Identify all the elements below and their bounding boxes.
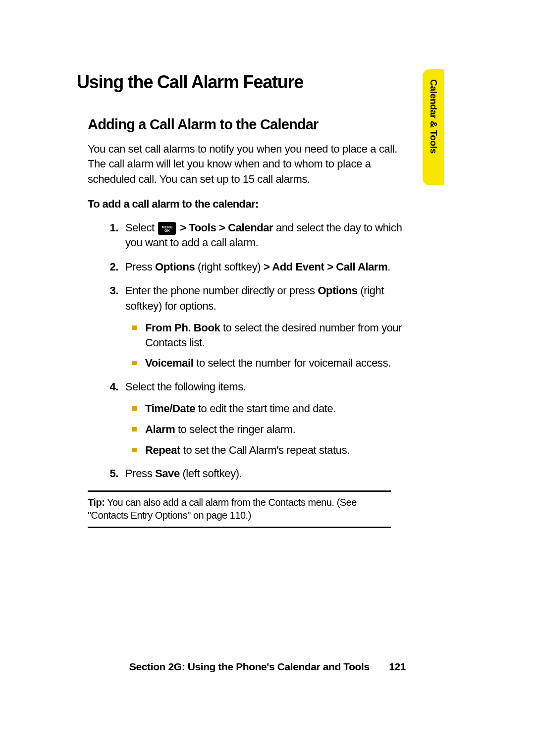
softkey-options: Options [318, 284, 357, 297]
procedure-steps: 1. Select MENU OK > Tools > Calendar and… [102, 220, 414, 482]
step-number: 5. [102, 466, 118, 481]
step-4-options: Time/Date to edit the start time and dat… [132, 401, 414, 457]
nav-path: > Add Event > Call Alarm [264, 261, 387, 273]
section-tab: Calendar & Tools [423, 69, 444, 185]
step-5: 5. Press Save (left softkey). [102, 466, 414, 481]
step-3-options: From Ph. Book to select the desired numb… [132, 321, 414, 371]
softkey-options: Options [155, 261, 195, 273]
tip-label: Tip: [88, 497, 105, 508]
step-4: 4. Select the following items. Time/Date… [102, 379, 414, 457]
section-tab-label: Calendar & Tools [428, 79, 439, 154]
procedure-lead: To add a call alarm to the calendar: [88, 198, 414, 211]
step-text: Select the following items. [125, 380, 246, 393]
nav-tools: Tools [189, 221, 216, 234]
step-3: 3. Enter the phone number directly or pr… [102, 283, 414, 371]
step-text: Press [125, 467, 155, 480]
step-text: (right softkey) [195, 261, 264, 273]
option-text: to edit the start time and date. [195, 402, 336, 415]
section-heading: Adding a Call Alarm to the Calendar [88, 116, 414, 133]
list-item: Voicemail to select the number for voice… [132, 356, 414, 371]
tip-callout: Tip: You can also add a call alarm from … [88, 490, 391, 528]
option-text: to select the ringer alarm. [175, 423, 295, 435]
step-text: Select [125, 221, 157, 234]
step-2: 2. Press Options (right softkey) > Add E… [102, 260, 414, 274]
list-item: Alarm to select the ringer alarm. [132, 422, 414, 437]
page-content: Using the Call Alarm Feature Adding a Ca… [77, 72, 414, 528]
nav-calendar: Calendar [228, 221, 273, 234]
nav-separator: > [216, 221, 228, 234]
step-text: Press [125, 261, 155, 273]
menu-ok-key-icon: MENU OK [158, 222, 176, 235]
step-number: 4. [102, 379, 118, 394]
step-number: 2. [102, 260, 118, 274]
option-text: to select the number for voicemail acces… [193, 357, 391, 369]
step-1: 1. Select MENU OK > Tools > Calendar and… [102, 220, 414, 251]
nav-separator: > [180, 221, 189, 234]
step-text: Enter the phone number directly or press [125, 284, 318, 297]
option-repeat: Repeat [145, 444, 180, 456]
step-text: . [387, 261, 390, 273]
step-number: 3. [102, 283, 118, 298]
option-time-date: Time/Date [145, 402, 195, 415]
step-text: (left softkey). [180, 467, 242, 480]
option-text: to set the Call Alarm's repeat status. [180, 444, 350, 456]
softkey-save: Save [155, 467, 180, 480]
option-voicemail: Voicemail [145, 357, 193, 369]
intro-paragraph: You can set call alarms to notify you wh… [88, 142, 414, 187]
step-number: 1. [102, 220, 118, 235]
tip-text: You can also add a call alarm from the C… [88, 497, 357, 521]
page-footer: Section 2G: Using the Phone's Calendar a… [0, 661, 535, 673]
list-item: From Ph. Book to select the desired numb… [132, 321, 414, 350]
page-number: 121 [389, 661, 406, 673]
list-item: Time/Date to edit the start time and dat… [132, 401, 414, 416]
option-alarm: Alarm [145, 423, 175, 435]
list-item: Repeat to set the Call Alarm's repeat st… [132, 443, 414, 458]
option-from-ph-book: From Ph. Book [145, 322, 220, 334]
page-title: Using the Call Alarm Feature [77, 72, 414, 93]
footer-section: Section 2G: Using the Phone's Calendar a… [129, 661, 370, 672]
